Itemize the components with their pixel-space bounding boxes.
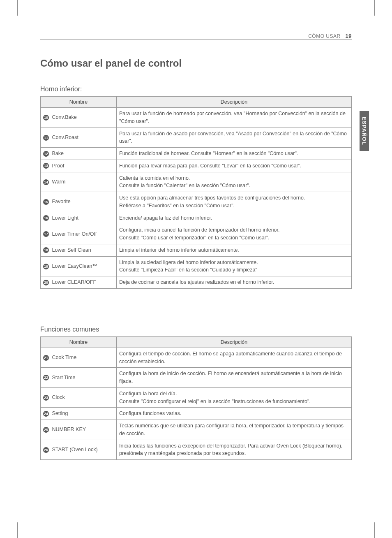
row-desc-cell: Enciende/ apaga la luz del horno inferio…: [117, 212, 352, 224]
row-name-text: Clock: [51, 394, 65, 400]
table-row: 12 BakeFunción tradicional de hornear. C…: [41, 148, 352, 160]
row-name-cell: 24 Setting: [41, 408, 117, 420]
table1-col-desc: Descripción: [117, 97, 352, 108]
number-badge: 20: [43, 280, 49, 285]
row-desc-cell: Deja de cocinar o cancela los ajustes re…: [117, 276, 352, 289]
row-name-text: Lower EasyClean™: [51, 263, 97, 269]
row-name-text: Cook Time: [51, 355, 76, 360]
row-desc-cell: Configura el tiempo de cocción. El horno…: [117, 348, 352, 368]
row-desc-cell: Configura funciones varias.: [117, 408, 352, 420]
number-badge: 25: [43, 427, 49, 433]
row-desc-cell: Inicia todas las funciones a excepción d…: [117, 440, 352, 460]
header-section: CÓMO USAR: [308, 33, 341, 39]
row-name-text: Start Time: [51, 375, 75, 380]
row-name-cell: 14 Warm: [41, 172, 117, 192]
row-name-cell: 20 Lower CLEAR/OFF: [41, 276, 117, 289]
row-desc-cell: Función para levar masa para pan. Consul…: [117, 160, 352, 172]
row-name-cell: 18 Lower Self Clean: [41, 244, 117, 256]
row-name-text: Conv.Bake: [51, 114, 77, 120]
table-row: 11 Conv.RoastPara usar la función de asa…: [41, 128, 352, 148]
page-header: CÓMO USAR 19: [40, 33, 352, 39]
row-name-cell: 17 Lower Timer On/Off: [41, 224, 117, 244]
number-badge: 10: [43, 115, 49, 121]
number-badge: 21: [43, 355, 49, 361]
row-name-cell: 12 Bake: [41, 148, 117, 160]
row-name-cell: 16 Lower Light: [41, 212, 117, 224]
table-row: 18 Lower Self CleanLimpia el interior de…: [41, 244, 352, 256]
table2-col-desc: Descripción: [117, 336, 352, 348]
row-name-cell: 25 NUMBER KEY: [41, 420, 117, 440]
row-desc-cell: Configura, inicia o cancel la función de…: [117, 224, 352, 244]
row-desc-cell: Función tradicional de hornear. Consulte…: [117, 148, 352, 160]
number-badge: 17: [43, 231, 49, 237]
table-row: 10 Conv.BakePara usar la función de horn…: [41, 108, 352, 128]
row-desc-cell: Teclas numéricas que se utilizan para co…: [117, 420, 352, 440]
number-badge: 14: [43, 179, 49, 185]
row-name-text: NUMBER KEY: [51, 427, 86, 432]
number-badge: 11: [43, 135, 49, 141]
row-name-cell: 26 START (Oven Lock): [41, 440, 117, 460]
row-name-text: Conv.Roast: [51, 134, 78, 140]
table-row: 26 START (Oven Lock)Inicia todas las fun…: [41, 440, 352, 460]
row-name-cell: 13 Proof: [41, 160, 117, 172]
row-name-text: START (Oven Lock): [51, 447, 98, 452]
table-row: 19 Lower EasyClean™Limpia la suciedad li…: [41, 256, 352, 276]
number-badge: 19: [43, 264, 49, 269]
table-row: 24 SettingConfigura funciones varias.: [41, 408, 352, 420]
table-row: 17 Lower Timer On/OffConfigura, inicia o…: [41, 224, 352, 244]
table-row: 20 Lower CLEAR/OFFDeja de cocinar o canc…: [41, 276, 352, 289]
table-row: 15 FavoriteUse esta opción para almacena…: [41, 192, 352, 212]
table-row: 13 ProofFunción para levar masa para pan…: [41, 160, 352, 172]
row-desc-cell: Configura la hora del día.Consulte "Cómo…: [117, 387, 352, 408]
row-name-text: Favorite: [51, 199, 71, 204]
table-row: 16 Lower LightEnciende/ apaga la luz del…: [41, 212, 352, 224]
row-name-cell: 21 Cook Time: [41, 348, 117, 368]
table1-heading: Horno inferior:: [40, 86, 352, 93]
number-badge: 12: [43, 151, 49, 157]
page-title: Cómo usar el panel de control: [40, 58, 352, 69]
row-desc-cell: Use esta opción para almacenar tres tipo…: [117, 192, 352, 212]
number-badge: 23: [43, 395, 49, 401]
row-desc-cell: Limpia la suciedad ligera del horno infe…: [117, 256, 352, 276]
table-funciones-comunes: Nombre Descripción 21 Cook TimeConfigura…: [40, 336, 352, 460]
row-desc-cell: Calienta la comida en el horno.Consulte …: [117, 172, 352, 192]
number-badge: 13: [43, 163, 49, 169]
row-name-text: Warm: [51, 179, 65, 185]
row-name-text: Lower Timer On/Off: [51, 231, 97, 237]
row-name-text: Setting: [51, 410, 68, 416]
row-name-text: Proof: [51, 163, 64, 169]
row-name-cell: 19 Lower EasyClean™: [41, 256, 117, 276]
table1-col-name: Nombre: [41, 97, 117, 108]
row-name-text: Lower CLEAR/OFF: [51, 279, 96, 285]
page-number: 19: [346, 33, 352, 39]
number-badge: 24: [43, 411, 49, 417]
row-name-cell: 22 Start Time: [41, 368, 117, 388]
row-desc-cell: Limpia el interior del horno inferior au…: [117, 244, 352, 256]
row-desc-cell: Para usar la función de asado por convec…: [117, 128, 352, 148]
table-row: 22 Start TimeConfigura la hora de inicio…: [41, 368, 352, 388]
table2-heading: Funciones comunes: [40, 326, 352, 333]
table2-col-name: Nombre: [41, 336, 117, 348]
number-badge: 16: [43, 215, 49, 221]
table-row: 21 Cook TimeConfigura el tiempo de cocci…: [41, 348, 352, 368]
row-desc-cell: Para usar la función de horneado por con…: [117, 108, 352, 128]
language-tab: ESPAÑOL: [360, 111, 369, 151]
number-badge: 15: [43, 199, 49, 205]
table-row: 14 WarmCalienta la comida en el horno.Co…: [41, 172, 352, 192]
table-row: 23 ClockConfigura la hora del día.Consul…: [41, 387, 352, 408]
number-badge: 26: [43, 447, 49, 453]
table-row: 25 NUMBER KEYTeclas numéricas que se uti…: [41, 420, 352, 440]
number-badge: 18: [43, 247, 49, 253]
table-horno-inferior: Nombre Descripción 10 Conv.BakePara usar…: [40, 96, 352, 289]
row-name-cell: 15 Favorite: [41, 192, 117, 212]
row-name-cell: 11 Conv.Roast: [41, 128, 117, 148]
number-badge: 22: [43, 375, 49, 380]
row-name-cell: 10 Conv.Bake: [41, 108, 117, 128]
row-name-text: Bake: [51, 151, 64, 156]
row-name-text: Lower Self Clean: [51, 247, 91, 253]
row-name-cell: 23 Clock: [41, 387, 117, 408]
row-name-text: Lower Light: [51, 215, 78, 221]
row-desc-cell: Configura la hora de inicio de cocción. …: [117, 368, 352, 388]
